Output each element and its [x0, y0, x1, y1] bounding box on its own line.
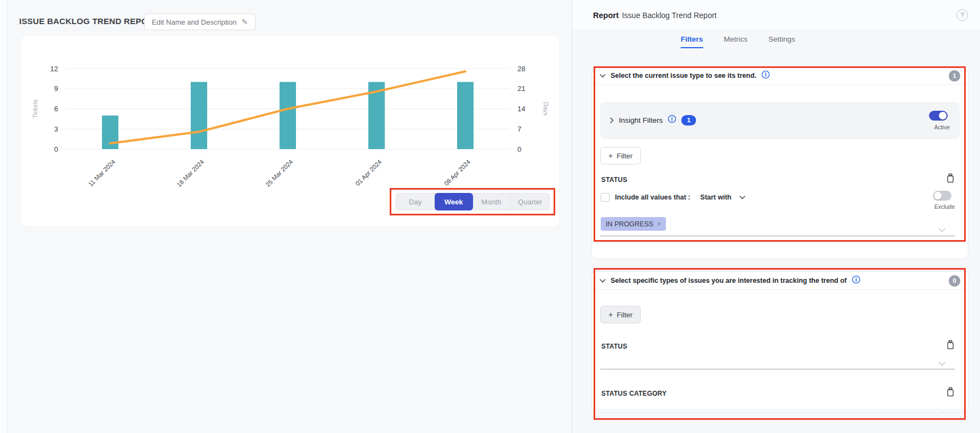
- close-icon[interactable]: ×: [657, 220, 662, 228]
- svg-text:14: 14: [517, 105, 525, 113]
- collapsed-sidebar: [0, 0, 8, 433]
- svg-text:9: 9: [54, 84, 58, 93]
- chevron-down-icon[interactable]: [938, 225, 945, 235]
- add-filter-label: Filter: [617, 152, 633, 160]
- granularity-option-month[interactable]: Month: [472, 193, 511, 210]
- report-settings-panel: Report Issue Backlog Trend Report ? Filt…: [572, 0, 980, 433]
- section1-count-badge: 1: [949, 70, 960, 82]
- bar: [191, 82, 207, 150]
- info-icon[interactable]: [668, 115, 676, 126]
- trash-icon[interactable]: [946, 173, 955, 185]
- granularity-option-quarter[interactable]: Quarter: [511, 193, 549, 210]
- tab-settings[interactable]: Settings: [768, 35, 795, 48]
- insight-filters-card: Insight Filters 1 Active: [600, 102, 960, 139]
- section2-count-badge: 0: [949, 275, 960, 287]
- selected-value-chip: IN PROGRESS ×: [601, 217, 666, 231]
- svg-text:08 Apr 2024: 08 Apr 2024: [443, 158, 472, 187]
- svg-text:Days: Days: [543, 102, 549, 116]
- edit-name-button[interactable]: Edit Name and Description ✎: [144, 14, 255, 30]
- chevron-right-icon[interactable]: [610, 117, 614, 123]
- section1-header: Select the current issue type to see its…: [592, 67, 968, 85]
- section1-title: Select the current issue type to see its…: [611, 72, 756, 79]
- svg-text:25 Mar 2024: 25 Mar 2024: [264, 158, 294, 189]
- chevron-down-icon: [739, 196, 745, 200]
- insight-filters-count-badge: 1: [681, 115, 696, 126]
- edit-button-label: Edit Name and Description: [152, 18, 237, 26]
- exclude-toggle-caption: Exclude: [935, 203, 955, 210]
- svg-text:0: 0: [54, 145, 58, 153]
- card-footer: [592, 408, 967, 412]
- trash-icon[interactable]: [946, 340, 955, 351]
- active-toggle[interactable]: [929, 111, 948, 121]
- status-value-select[interactable]: IN PROGRESS ×: [601, 217, 666, 231]
- filter-field-status: STATUS: [601, 176, 627, 184]
- granularity-option-day[interactable]: Day: [396, 193, 435, 210]
- svg-text:0: 0: [517, 145, 521, 153]
- granularity-option-week[interactable]: Week: [435, 193, 473, 210]
- info-icon[interactable]: [852, 275, 861, 286]
- svg-text:12: 12: [50, 65, 58, 73]
- section-specific-issue-types: Select specific types of issues you are …: [591, 271, 968, 413]
- chevron-down-icon[interactable]: [600, 74, 606, 78]
- edit-icon: ✎: [242, 18, 248, 26]
- section-current-issue-type: Select the current issue type to see its…: [591, 66, 968, 259]
- add-filter-button[interactable]: + Filter: [600, 306, 641, 323]
- section2-header: Select specific types of issues you are …: [592, 272, 968, 290]
- plus-icon: +: [608, 310, 613, 319]
- panel-header-label: Report: [593, 11, 619, 20]
- svg-text:28: 28: [517, 65, 525, 73]
- chip-label: IN PROGRESS: [606, 220, 653, 228]
- add-filter-button[interactable]: + Filter: [600, 147, 641, 164]
- svg-text:21: 21: [517, 84, 525, 93]
- page-title: ISSUE BACKLOG TREND REPORT: [19, 16, 159, 26]
- bar: [457, 82, 474, 150]
- include-all-checkbox[interactable]: [601, 193, 609, 202]
- exclude-toggle[interactable]: [933, 191, 951, 201]
- chart-card: 00376149211228TicketsDays11 Mar 202418 M…: [22, 36, 559, 226]
- report-canvas: ISSUE BACKLOG TREND REPORT Edit Name and…: [8, 0, 572, 433]
- select-underline: [600, 236, 955, 236]
- panel-header-title: Issue Backlog Trend Report: [622, 11, 717, 20]
- svg-text:3: 3: [54, 125, 58, 133]
- svg-text:11 Mar 2024: 11 Mar 2024: [87, 158, 117, 188]
- svg-text:7: 7: [517, 125, 521, 133]
- granularity-toggle: Day Week Month Quarter: [396, 193, 550, 210]
- add-filter-label: Filter: [617, 311, 633, 319]
- panel-header: Report Issue Backlog Trend Report: [572, 0, 980, 31]
- operator-dropdown[interactable]: Start with: [700, 193, 745, 201]
- tab-bar: Filters Metrics Settings: [572, 35, 980, 48]
- filter-field-status: STATUS: [601, 343, 627, 350]
- svg-text:01 Apr 2024: 01 Apr 2024: [354, 158, 383, 187]
- plus-icon: +: [608, 151, 613, 160]
- bar: [280, 82, 296, 150]
- chevron-down-icon[interactable]: [600, 279, 606, 283]
- include-all-row: Include all values that : Start with: [601, 193, 745, 202]
- help-icon[interactable]: ?: [956, 9, 968, 21]
- tab-filters[interactable]: Filters: [681, 35, 703, 48]
- include-all-label: Include all values that :: [615, 193, 691, 201]
- svg-text:18 Mar 2024: 18 Mar 2024: [175, 158, 206, 189]
- svg-text:6: 6: [54, 105, 58, 113]
- select-underline[interactable]: [600, 369, 955, 369]
- trash-icon[interactable]: [946, 387, 955, 398]
- tab-metrics[interactable]: Metrics: [724, 35, 748, 48]
- svg-text:Tickets: Tickets: [32, 99, 38, 118]
- operator-value: Start with: [700, 193, 732, 201]
- filter-field-status-category: STATUS CATEGORY: [601, 390, 666, 397]
- section2-title: Select specific types of issues you are …: [611, 277, 847, 284]
- chevron-down-icon[interactable]: [938, 358, 945, 368]
- insight-filters-label: Insight Filters: [619, 116, 663, 124]
- active-toggle-caption: Active: [934, 124, 950, 130]
- info-icon[interactable]: [761, 70, 770, 81]
